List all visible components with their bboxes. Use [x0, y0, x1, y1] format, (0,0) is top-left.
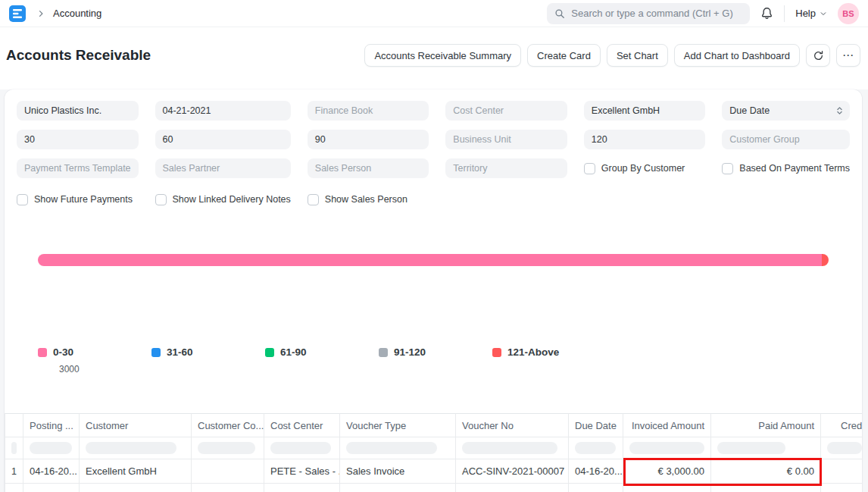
cell-cost-center[interactable]: PETE - Sales - ...: [264, 459, 340, 484]
header-voucher-type[interactable]: Voucher Type: [340, 413, 456, 437]
cell-paid-amount[interactable]: € 0.00: [711, 459, 821, 484]
column-filter-cell[interactable]: [340, 437, 456, 459]
column-filter-cell[interactable]: [192, 437, 264, 459]
header-voucher-no[interactable]: Voucher No: [456, 413, 569, 437]
column-filter-cell[interactable]: [711, 437, 821, 459]
checkbox-show-sales-person[interactable]: Show Sales Person: [308, 192, 429, 207]
header-posting-date[interactable]: Posting ...: [23, 413, 80, 437]
filter-territory[interactable]: Territory: [445, 158, 567, 178]
set-chart-button[interactable]: Set Chart: [607, 44, 668, 67]
more-options-button[interactable]: ⋯: [836, 44, 860, 67]
search-icon: [554, 8, 565, 19]
cell-posting-date[interactable]: 04-16-20...: [23, 459, 80, 484]
filter-cost-center[interactable]: Cost Center: [445, 101, 567, 121]
user-avatar[interactable]: BS: [838, 3, 859, 24]
app-logo-icon[interactable]: [9, 5, 26, 22]
filter-report-date[interactable]: 04-21-2021: [155, 101, 291, 121]
filter-ageing-based-on-select[interactable]: Due Date: [722, 101, 850, 121]
checkbox-label: Show Sales Person: [325, 194, 407, 205]
report-filters: Unico Plastics Inc. 04-21-2021 Finance B…: [5, 89, 862, 207]
header-paid-amount[interactable]: Paid Amount: [711, 413, 821, 437]
header-customer-contact[interactable]: Customer Co...: [192, 413, 264, 437]
filter-range-1[interactable]: 30: [17, 130, 139, 149]
global-search[interactable]: [547, 3, 750, 24]
legend-swatch-blue: [151, 348, 161, 357]
filter-range-2[interactable]: 60: [155, 130, 291, 149]
help-menu[interactable]: Help: [795, 8, 827, 19]
checkbox-group-by-customer[interactable]: Group By Customer: [584, 158, 706, 178]
checkbox-show-future-payments[interactable]: Show Future Payments: [17, 192, 139, 207]
column-filter-input[interactable]: [717, 442, 785, 454]
column-filter-input[interactable]: [629, 442, 704, 454]
empty-cell: [340, 484, 456, 492]
report-workspace: Unico Plastics Inc. 04-21-2021 Finance B…: [0, 89, 868, 492]
column-filter-input[interactable]: [575, 442, 616, 454]
header-invoiced-amount[interactable]: Invoiced Amount: [623, 413, 711, 437]
filter-customer-group[interactable]: Customer Group: [722, 130, 850, 149]
empty-cell: [192, 484, 264, 492]
column-filter-input[interactable]: [30, 442, 72, 454]
cell-invoiced-amount[interactable]: € 3,000.00: [623, 459, 711, 484]
checkbox-show-linked-delivery-notes[interactable]: Show Linked Delivery Notes: [155, 192, 291, 207]
column-filter-cell[interactable]: [569, 437, 623, 459]
column-filter-input[interactable]: [198, 442, 255, 454]
checkbox-based-on-payment-terms[interactable]: Based On Payment Terms: [722, 158, 850, 178]
empty-cell: [264, 484, 340, 492]
filter-sales-person[interactable]: Sales Person: [308, 158, 429, 178]
column-filter-input[interactable]: [346, 442, 437, 454]
bar-segment-121-above[interactable]: [822, 254, 829, 266]
column-filter-cell[interactable]: [821, 437, 862, 459]
accounts-receivable-summary-button[interactable]: Accounts Receivable Summary: [364, 44, 521, 67]
filter-range-3[interactable]: 90: [308, 130, 429, 149]
notifications-bell-icon[interactable]: [760, 7, 773, 20]
cell-credit-note[interactable]: [821, 459, 862, 484]
legend-label: 121-Above: [507, 346, 559, 358]
search-input[interactable]: [571, 8, 742, 19]
bar-segment-0-30[interactable]: [38, 254, 822, 266]
cell-customer[interactable]: Excellent GmbH: [80, 459, 192, 484]
legend-item-121-above: 121-Above: [492, 346, 606, 358]
column-filter-cell[interactable]: [264, 437, 340, 459]
column-filter-cell[interactable]: [23, 437, 80, 459]
select-caret-icon: [836, 106, 843, 115]
column-filter-cell[interactable]: [623, 437, 711, 459]
header-cost-center[interactable]: Cost Center: [264, 413, 340, 437]
header-customer[interactable]: Customer: [80, 413, 192, 437]
cell-due-date[interactable]: 04-16-20...: [569, 459, 623, 484]
column-filter-input[interactable]: [86, 442, 176, 454]
add-chart-to-dashboard-button[interactable]: Add Chart to Dashboard: [674, 44, 800, 67]
column-filter-input[interactable]: [270, 442, 331, 454]
column-filter-input[interactable]: [827, 442, 862, 454]
ageing-stacked-bar[interactable]: [38, 254, 829, 266]
filter-business-unit[interactable]: Business Unit: [445, 130, 567, 149]
refresh-button[interactable]: [806, 44, 830, 67]
column-filter-cell[interactable]: [5, 437, 23, 459]
create-card-button[interactable]: Create Card: [527, 44, 601, 67]
cell-rownum[interactable]: 1: [5, 459, 23, 484]
filter-customer[interactable]: Excellent GmbH: [584, 101, 706, 121]
cell-voucher-no[interactable]: ACC-SINV-2021-00007: [456, 459, 569, 484]
table-row[interactable]: 1 04-16-20... Excellent GmbH PETE - Sale…: [5, 459, 862, 484]
filter-finance-book[interactable]: Finance Book: [308, 101, 429, 121]
header-rownum[interactable]: [5, 413, 23, 437]
chevron-down-icon: [820, 10, 827, 17]
filter-payment-terms-template[interactable]: Payment Terms Template: [17, 158, 139, 178]
column-filter-input[interactable]: [11, 442, 17, 454]
cell-customer-contact[interactable]: [192, 459, 264, 484]
column-filter-input[interactable]: [462, 442, 557, 454]
legend-label: 0-30: [53, 346, 73, 358]
header-due-date[interactable]: Due Date: [569, 413, 623, 437]
breadcrumb-accounting[interactable]: Accounting: [53, 8, 101, 19]
column-filter-cell[interactable]: [80, 437, 192, 459]
select-value: Due Date: [729, 105, 770, 116]
filter-sales-partner[interactable]: Sales Partner: [155, 158, 291, 178]
checkbox-label: Show Linked Delivery Notes: [173, 194, 291, 205]
empty-cell: [5, 484, 23, 492]
column-filter-cell[interactable]: [456, 437, 569, 459]
legend-item-31-60: 31-60: [151, 346, 265, 358]
filter-range-4[interactable]: 120: [584, 130, 706, 149]
cell-voucher-type[interactable]: Sales Invoice: [340, 459, 456, 484]
header-credit-note[interactable]: Credit Note: [821, 413, 862, 437]
filter-company[interactable]: Unico Plastics Inc.: [17, 101, 139, 121]
empty-cell: [23, 484, 80, 492]
